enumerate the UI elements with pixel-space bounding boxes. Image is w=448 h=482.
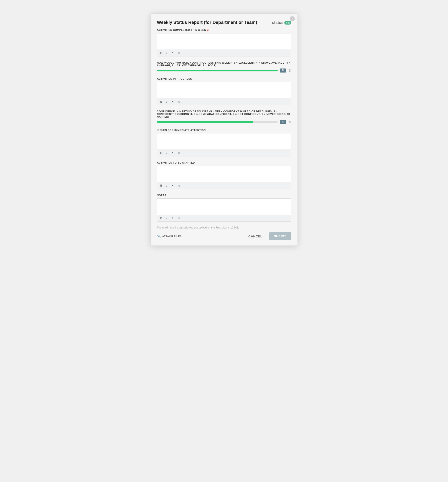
modal-title: Weekly Status Report (for Department or … (157, 20, 257, 25)
link-btn-5[interactable]: ⚭ (170, 216, 175, 220)
modal-container: × Weekly Status Report (for Department o… (150, 13, 298, 246)
emoji-icon-5: ☺ (178, 217, 181, 220)
activities-to-start-label: ACTIVITIES TO BE STARTED (157, 161, 291, 164)
clear-icon-2: ⊗ (288, 120, 291, 124)
confidence-slider-track (157, 121, 278, 123)
link-btn-2[interactable]: ⚭ (170, 100, 175, 104)
activities-in-progress-input[interactable] (157, 82, 291, 97)
italic-btn-4[interactable]: I (165, 184, 168, 187)
italic-btn-5[interactable]: I (165, 216, 168, 220)
activities-in-progress-toolbar: B I ⚭ ☺ (157, 98, 291, 105)
cancel-button[interactable]: CANCEL (245, 233, 266, 240)
attach-icon: 📎 (157, 234, 161, 238)
bold-btn-4[interactable]: B (159, 184, 163, 187)
italic-btn-1[interactable]: I (165, 51, 168, 55)
activities-in-progress-label: ACTIVITIES IN PROGRESS (157, 77, 291, 80)
emoji-btn-2[interactable]: ☺ (177, 100, 181, 104)
activities-to-start-editor[interactable]: B I ⚭ ☺ (157, 166, 291, 189)
link-icon-1: ⚭ (171, 52, 174, 55)
bold-btn-3[interactable]: B (159, 151, 163, 155)
activities-to-start-input[interactable] (157, 166, 291, 181)
bold-btn-2[interactable]: B (159, 100, 163, 104)
brand-badge: net (284, 21, 291, 24)
attach-files-button[interactable]: 📎 ATTACH FILES (157, 234, 182, 238)
modal-header: Weekly Status Report (for Department or … (157, 20, 291, 25)
emoji-icon-4: ☺ (178, 184, 181, 187)
footer-section: The maximum file size allowed per upload… (157, 226, 291, 240)
activities-completed-editor[interactable]: B I ⚭ ☺ (157, 33, 291, 56)
progress-slider-row: 5 ⊗ (157, 69, 291, 72)
link-btn-3[interactable]: ⚭ (170, 151, 175, 155)
link-icon-5: ⚭ (171, 217, 174, 220)
notes-toolbar: B I ⚭ ☺ (157, 215, 291, 221)
bold-btn-1[interactable]: B (159, 51, 163, 55)
activities-completed-toolbar: B I ⚭ ☺ (157, 49, 291, 56)
italic-btn-3[interactable]: I (165, 151, 168, 155)
notes-label: NOTES (157, 194, 291, 197)
confidence-label: CONFIDENCE IN MEETING DEADLINES (5 = VER… (157, 110, 291, 118)
confidence-slider-fill (157, 121, 253, 123)
submit-button[interactable]: SUBMIT (269, 232, 291, 240)
link-btn-1[interactable]: ⚭ (170, 51, 175, 55)
link-btn-4[interactable]: ⚭ (170, 184, 175, 187)
progress-slider-track (157, 70, 278, 72)
brand-logo: status net (272, 20, 291, 25)
emoji-btn-4[interactable]: ☺ (177, 184, 181, 187)
emoji-icon-2: ☺ (178, 100, 181, 103)
attach-label: ATTACH FILES (162, 235, 181, 238)
issues-editor[interactable]: B I ⚭ ☺ (157, 133, 291, 156)
required-star: ★ (207, 29, 209, 31)
close-button[interactable]: × (290, 16, 295, 21)
emoji-btn-1[interactable]: ☺ (177, 51, 181, 55)
emoji-btn-5[interactable]: ☺ (177, 216, 181, 220)
notes-input[interactable] (157, 199, 291, 214)
emoji-icon-1: ☺ (178, 52, 181, 55)
activities-completed-input[interactable] (157, 33, 291, 49)
confidence-slider-clear[interactable]: ⊗ (288, 120, 291, 124)
emoji-icon-3: ☺ (178, 152, 181, 154)
issues-input[interactable] (157, 133, 291, 149)
file-note: The maximum file size allowed per upload… (157, 226, 291, 229)
link-icon-4: ⚭ (171, 184, 174, 187)
form-action-buttons: CANCEL SUBMIT (245, 232, 291, 240)
activities-completed-label: ACTIVITIES COMPLETED THIS WEEK★ (157, 29, 291, 32)
progress-slider-clear[interactable]: ⊗ (288, 69, 291, 72)
confidence-slider-row: 4 ⊗ (157, 120, 291, 124)
close-icon: × (291, 17, 293, 20)
link-icon-3: ⚭ (171, 152, 174, 154)
issues-label: ISSUES FOR IMMEDIATE ATTENTION (157, 129, 291, 131)
footer-actions: 📎 ATTACH FILES CANCEL SUBMIT (157, 232, 291, 240)
progress-slider-value: 5 (280, 69, 286, 72)
activities-in-progress-editor[interactable]: B I ⚭ ☺ (157, 82, 291, 105)
italic-btn-2[interactable]: I (165, 100, 168, 104)
clear-icon-1: ⊗ (288, 69, 291, 72)
emoji-btn-3[interactable]: ☺ (177, 151, 181, 155)
progress-label: HOW WOULD YOU RATE YOUR PROGRESS THIS WE… (157, 61, 291, 67)
notes-editor[interactable]: B I ⚭ ☺ (157, 198, 291, 222)
progress-slider-fill (157, 70, 278, 72)
brand-text: status (272, 20, 283, 25)
link-icon-2: ⚭ (171, 100, 174, 103)
activities-to-start-toolbar: B I ⚭ ☺ (157, 182, 291, 189)
confidence-slider-value: 4 (280, 120, 286, 124)
bold-btn-5[interactable]: B (159, 216, 163, 220)
issues-toolbar: B I ⚭ ☺ (157, 150, 291, 156)
